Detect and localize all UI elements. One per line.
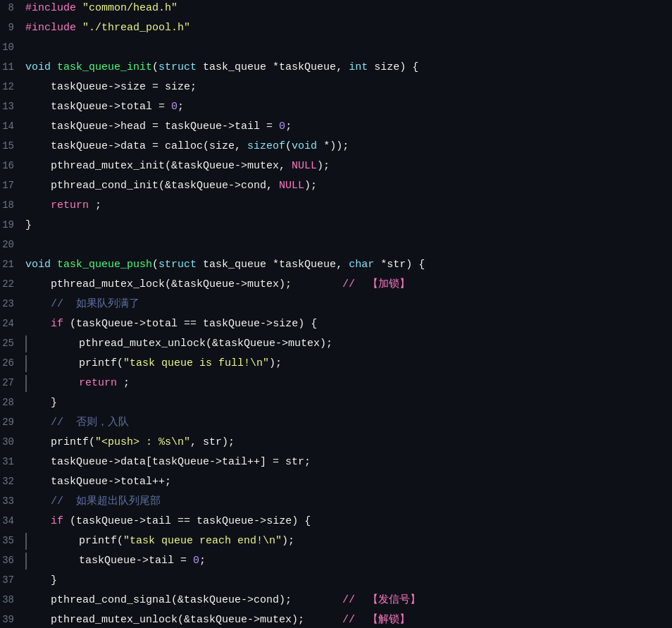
line-content: taskQueue->data = calloc(size, sizeof(vo…: [25, 138, 666, 155]
line-content: void task_queue_push(struct task_queue *…: [25, 257, 666, 273]
token: mutex,: [247, 160, 292, 172]
token: (: [285, 140, 292, 152]
token: [25, 199, 51, 211]
code-line: 27 return ;: [0, 375, 672, 395]
token: void: [292, 140, 317, 152]
token: );: [282, 535, 294, 547]
line-content: #include "common/head.h": [25, 0, 666, 17]
line-content: taskQueue->data[taskQueue->tail++] = str…: [25, 454, 666, 471]
token: "common/head.h": [82, 2, 178, 14]
line-content: taskQueue->size = size;: [25, 79, 666, 96]
token: struct: [158, 259, 197, 271]
line-content: }: [25, 217, 666, 234]
token: "./thread_pool.h": [82, 22, 190, 34]
token: total =: [120, 101, 171, 113]
line-content: pthread_mutex_unlock(&taskQueue->mutex);…: [25, 612, 666, 628]
line-content: pthread_mutex_init(&taskQueue->mutex, NU…: [25, 158, 666, 175]
token: // 【加锁】: [342, 278, 410, 290]
line-content: if (taskQueue->tail == taskQueue->size) …: [25, 513, 666, 530]
line-content: // 否则，入队: [25, 414, 666, 431]
line-content: printf("<push> : %s\n", str);: [25, 434, 666, 451]
token: [28, 377, 79, 389]
line-number: 11: [0, 59, 25, 75]
token: [51, 259, 57, 271]
token: 0: [279, 121, 285, 133]
token: cond);: [254, 594, 342, 606]
line-content: #include "./thread_pool.h": [25, 20, 666, 37]
token: #include: [25, 22, 82, 34]
line-number: 12: [0, 79, 25, 94]
token: taskQueue: [25, 456, 108, 468]
line-number: 23: [0, 296, 25, 312]
line-number: 33: [0, 493, 25, 509]
token: sizeof: [247, 140, 285, 152]
token: taskQueue: [25, 140, 108, 152]
token: #include: [25, 2, 82, 14]
token: ->: [222, 121, 235, 133]
token: (: [152, 259, 158, 271]
token: printf(: [28, 535, 123, 547]
token: struct: [158, 61, 197, 73]
token: ->: [108, 81, 120, 93]
token: [51, 61, 57, 73]
code-editor: 8#include "common/head.h"9#include "./th…: [0, 0, 672, 628]
token: ;: [89, 199, 101, 211]
token: printf(: [25, 436, 95, 448]
code-line: 36 taskQueue->tail = 0;: [0, 553, 672, 572]
token: tail++] = str;: [222, 456, 311, 468]
token: ->: [254, 515, 266, 527]
token: [25, 515, 51, 527]
line-content: printf("task queue reach end!\n");: [25, 533, 666, 550]
token: mutex);: [288, 338, 332, 350]
token: pthread_cond_init(&taskQueue: [25, 180, 228, 192]
line-content: // 如果超出队列尾部: [25, 493, 666, 510]
line-number: 9: [0, 20, 25, 35]
code-line: 10: [0, 39, 672, 59]
token: head = taskQueue: [120, 121, 222, 133]
token: // 否则，入队: [51, 417, 129, 429]
token: // 如果超出队列尾部: [51, 495, 161, 507]
token: tail == taskQueue: [146, 515, 254, 527]
line-number: 28: [0, 395, 25, 410]
line-content: pthread_cond_init(&taskQueue->cond, NULL…: [25, 178, 666, 195]
token: mutex);: [260, 614, 342, 626]
token: ->: [275, 338, 288, 350]
code-line: 25 pthread_mutex_unlock(&taskQueue->mute…: [0, 335, 672, 355]
line-content: pthread_cond_signal(&taskQueue->cond); /…: [25, 592, 666, 609]
token: }: [25, 219, 32, 231]
line-number: 32: [0, 474, 25, 489]
token: NULL: [292, 160, 317, 172]
code-line: 30 printf("<push> : %s\n", str);: [0, 434, 672, 454]
line-content: pthread_mutex_unlock(&taskQueue->mutex);: [25, 335, 666, 352]
line-number: 37: [0, 572, 25, 588]
token: ;: [199, 555, 206, 567]
token: (taskQueue: [63, 318, 133, 330]
token: NULL: [279, 180, 304, 192]
line-number: 22: [0, 276, 25, 292]
line-number: 13: [0, 99, 25, 114]
token: data = calloc(size,: [120, 140, 247, 152]
token: cond,: [241, 180, 279, 192]
token: );: [304, 180, 317, 192]
line-content: pthread_mutex_lock(&taskQueue->mutex); /…: [25, 276, 666, 293]
line-number: 17: [0, 178, 25, 193]
token: ->: [108, 476, 120, 488]
token: mutex);: [247, 278, 342, 290]
token: total++;: [120, 476, 171, 488]
token: pthread_mutex_init(&taskQueue: [25, 160, 235, 172]
token: taskQueue: [25, 476, 108, 488]
line-content: taskQueue->total++;: [25, 474, 666, 491]
line-number: 18: [0, 197, 25, 213]
token: *));: [317, 140, 349, 152]
code-line: 22 pthread_mutex_lock(&taskQueue->mutex)…: [0, 276, 672, 296]
line-number: 15: [0, 138, 25, 154]
token: [25, 318, 51, 330]
token: return: [79, 377, 117, 389]
token: }: [25, 574, 57, 586]
token: ;: [178, 101, 184, 113]
code-line: 13 taskQueue->total = 0;: [0, 99, 672, 118]
token: tail =: [149, 555, 193, 567]
token: task_queue_init: [57, 61, 152, 73]
line-number: 31: [0, 454, 25, 469]
line-number: 26: [0, 355, 25, 371]
